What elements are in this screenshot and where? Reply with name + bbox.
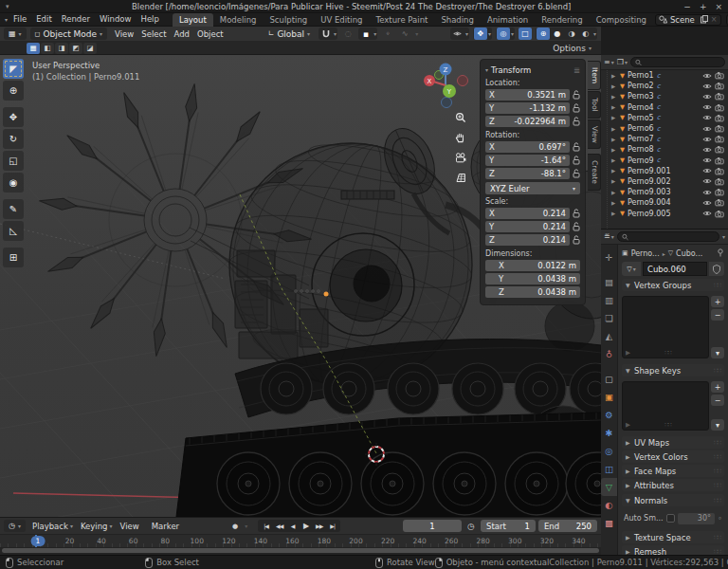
remove-shape-key-button[interactable]: − — [711, 395, 724, 406]
rotation-field[interactable]: Z-88.1° — [485, 168, 570, 179]
shading-chevron-icon[interactable]: ▾ — [593, 30, 596, 37]
snap-magnet-icon[interactable] — [319, 28, 333, 40]
lock-icon[interactable] — [573, 117, 580, 126]
hide-eye-icon[interactable] — [702, 136, 712, 143]
rotation-mode-dropdown[interactable]: XYZ Euler ▾ — [485, 182, 580, 194]
sidebar-tab[interactable]: Tool — [588, 91, 601, 119]
disable-render-camera-icon[interactable] — [715, 198, 724, 207]
show-overlays-icon[interactable]: ◎ — [497, 28, 510, 40]
sidebar-tab[interactable]: Item — [588, 61, 601, 90]
viewport-3d[interactable]: User Perspective (1) Collection | Perno9… — [0, 55, 601, 517]
tab-output[interactable]: ▥ — [601, 291, 617, 309]
dimension-field[interactable]: X0.0122 m — [485, 260, 580, 271]
options-dropdown[interactable]: Options ▾ — [553, 44, 592, 53]
proportional-snap-icon[interactable]: ◌ — [341, 28, 355, 40]
timeline-ruler[interactable]: 1 20 40 60 80 100 120 140 — [0, 534, 601, 547]
timeline-tick[interactable]: 340 — [572, 536, 585, 545]
disable-render-camera-icon[interactable] — [715, 135, 724, 143]
expand-arrow-icon[interactable]: ▶ — [611, 115, 617, 120]
timeline-tick[interactable]: 280 — [477, 536, 490, 545]
disable-render-camera-icon[interactable] — [715, 124, 724, 133]
object-name[interactable]: Perno9.003 — [628, 188, 670, 196]
timeline-tick[interactable]: 100 — [191, 536, 204, 545]
hide-eye-icon[interactable] — [702, 114, 712, 121]
timeline-tick[interactable]: 240 — [412, 536, 426, 545]
sidebar-tab[interactable]: Create — [588, 154, 601, 191]
gizmo-chevron-icon[interactable]: ▾ — [488, 30, 491, 37]
collapsed-panel-header[interactable]: ▶ UV Maps ∷∷ — [622, 436, 724, 449]
hide-eye-icon[interactable] — [702, 72, 712, 80]
outliner-item[interactable]: ▶ ▼ Perno9.003 c — [611, 187, 728, 197]
solid-shading-icon[interactable]: ● — [551, 28, 564, 40]
tab-material[interactable]: ◐ — [601, 496, 617, 514]
outliner-item[interactable]: ▶ ▼ Perno3 c — [611, 91, 728, 101]
workspace-tab[interactable]: Compositing — [590, 13, 653, 27]
shape-key-specials-button[interactable]: ▾ — [711, 419, 724, 431]
hide-eye-icon[interactable] — [702, 146, 712, 154]
transform-tool[interactable]: ◉ — [3, 173, 24, 193]
select-invert-icon[interactable]: ◩ — [69, 43, 82, 54]
falloff-curve-icon[interactable]: ∿ — [398, 28, 411, 40]
next-keyframe-button[interactable]: ▶▶ — [313, 521, 325, 532]
object-name[interactable]: Perno9.002 — [628, 177, 670, 186]
object-name[interactable]: Perno9 — [628, 156, 654, 165]
tab-collection[interactable]: ▢ — [601, 370, 617, 388]
expand-arrow-icon[interactable]: ▶ — [611, 211, 617, 216]
expand-arrow-icon[interactable]: ▶ — [611, 104, 617, 110]
workspace-tab[interactable]: Sculpting — [263, 13, 314, 27]
timeline-tick[interactable]: 120 — [222, 536, 235, 545]
expand-arrow-icon[interactable]: ▶ — [611, 73, 617, 79]
sidebar-tab[interactable]: View — [588, 119, 601, 150]
outliner-display-mode-button[interactable]: ≡▾ — [604, 58, 614, 66]
normals-panel-header[interactable]: ▼ Normals ∷∷ — [622, 494, 724, 506]
tab-object[interactable]: ▣ — [601, 388, 617, 406]
object-visibility-icon[interactable] — [451, 28, 464, 40]
rotate-tool[interactable]: ↻ — [3, 129, 24, 149]
hide-eye-icon[interactable] — [702, 210, 712, 217]
tab-physics[interactable]: ◎ — [601, 442, 617, 460]
remove-vertex-group-button[interactable]: − — [711, 309, 724, 321]
timeline-tick[interactable]: 40 — [97, 536, 106, 545]
scale-field[interactable]: Y0.214 — [485, 221, 570, 232]
rendered-shading-icon[interactable]: ◐ — [579, 28, 592, 40]
timeline-tick[interactable]: 260 — [445, 536, 458, 545]
timeline-menu-item[interactable]: Keying▾ — [77, 522, 117, 531]
location-field[interactable]: X0.3521 m — [485, 89, 570, 101]
hide-eye-icon[interactable] — [702, 93, 712, 101]
move-tool[interactable]: ✥ — [3, 107, 24, 127]
object-name[interactable]: Perno7 — [628, 135, 654, 143]
outliner-item[interactable]: ▶ ▼ Perno9 c — [611, 156, 728, 166]
outliner-item[interactable]: ▶ ▼ Perno1 c — [611, 70, 728, 81]
object-name[interactable]: Perno9.001 — [628, 167, 670, 175]
viewport-menu-item[interactable]: Add — [171, 29, 193, 39]
xray-toggle-icon[interactable]: □ — [519, 28, 532, 40]
annotate-tool[interactable]: ✎ — [3, 199, 24, 219]
tab-constraints[interactable]: ◫ — [601, 460, 617, 478]
disable-render-camera-icon[interactable] — [715, 82, 724, 90]
auto-smooth-angle-field[interactable]: 30° — [678, 513, 715, 524]
add-shape-key-button[interactable]: + — [711, 381, 724, 393]
hide-eye-icon[interactable] — [702, 177, 712, 185]
expand-arrow-icon[interactable]: ▶ — [611, 157, 617, 163]
hide-eye-icon[interactable] — [702, 189, 712, 196]
outliner-item[interactable]: ▶ ▼ Perno9.002 c — [611, 176, 728, 187]
measure-tool[interactable]: ◺ — [3, 221, 24, 241]
menu-item[interactable]: Render — [57, 14, 95, 24]
wireframe-shading-icon[interactable]: ⊕ — [537, 28, 550, 40]
select-intersect-icon[interactable]: ◪ — [83, 43, 97, 54]
list-grip-icon[interactable]: ∷∷ — [630, 349, 705, 357]
timeline-editor-type-button[interactable]: ◷ ▾ — [4, 520, 26, 532]
tab-render[interactable]: ▤ — [601, 273, 617, 291]
hide-eye-icon[interactable] — [702, 167, 712, 174]
hide-eye-icon[interactable] — [702, 103, 712, 111]
panel-grip-icon[interactable]: ≣ — [573, 65, 580, 75]
editor-type-button[interactable]: ▦ ▾ — [4, 28, 27, 40]
timeline-tick[interactable]: 320 — [540, 536, 554, 545]
expand-arrow-icon[interactable]: ▶ — [611, 126, 617, 132]
outliner-item[interactable]: ▶ ▼ Perno9.001 c — [611, 166, 728, 176]
play-reverse-button[interactable]: ◀ — [286, 521, 299, 532]
hide-eye-icon[interactable] — [702, 199, 712, 207]
select-extend-icon[interactable]: ◧ — [41, 43, 54, 54]
frame-end-field[interactable]: End 250 — [538, 520, 597, 532]
minimize-button[interactable]: − — [683, 2, 691, 11]
